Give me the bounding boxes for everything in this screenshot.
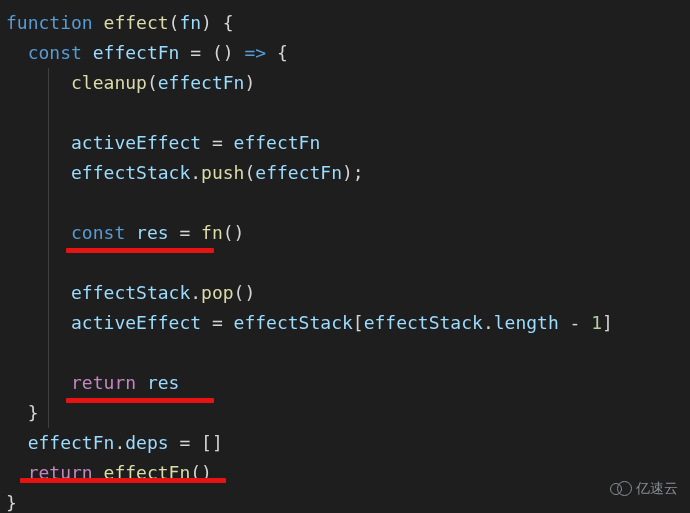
line-9 (6, 252, 17, 273)
fn-pop: pop (201, 282, 234, 303)
line-12 (6, 342, 17, 363)
param-fn: fn (179, 12, 201, 33)
keyword-function: function (6, 12, 93, 33)
line-13: return res (6, 372, 179, 393)
prop-deps: deps (125, 432, 168, 453)
underline-2 (66, 398, 214, 403)
prop-length: length (494, 312, 559, 333)
line-10: effectStack.pop() (6, 282, 255, 303)
line-6: effectStack.push(effectFn); (6, 162, 364, 183)
line-1: function effect(fn) { (6, 12, 234, 33)
var-res: res (136, 222, 169, 243)
var-activeEffect: activeEffect (71, 132, 201, 153)
line-14: } (6, 402, 39, 423)
var-effectStack: effectStack (71, 162, 190, 183)
fn-fn: fn (201, 222, 223, 243)
line-17: } (6, 492, 17, 513)
fn-push: push (201, 162, 244, 183)
line-5: activeEffect = effectFn (6, 132, 320, 153)
var-effectFn: effectFn (93, 42, 180, 63)
keyword-const: const (28, 42, 82, 63)
num-1: 1 (591, 312, 602, 333)
line-8: const res = fn() (6, 222, 244, 243)
line-7 (6, 192, 17, 213)
line-11: activeEffect = effectStack[effectStack.l… (6, 312, 613, 333)
arrow-op: => (234, 42, 277, 63)
keyword-return: return (71, 372, 136, 393)
fn-cleanup: cleanup (71, 72, 147, 93)
fn-effect: effect (104, 12, 169, 33)
keyword-const: const (71, 222, 125, 243)
line-2: const effectFn = () => { (6, 42, 288, 63)
indent-guide (48, 68, 49, 428)
line-4 (6, 102, 17, 123)
underline-3 (20, 478, 226, 483)
underline-1 (66, 248, 214, 253)
code-block: function effect(fn) { const effectFn = (… (0, 0, 690, 513)
line-15: effectFn.deps = [] (6, 432, 223, 453)
line-3: cleanup(effectFn) (6, 72, 255, 93)
